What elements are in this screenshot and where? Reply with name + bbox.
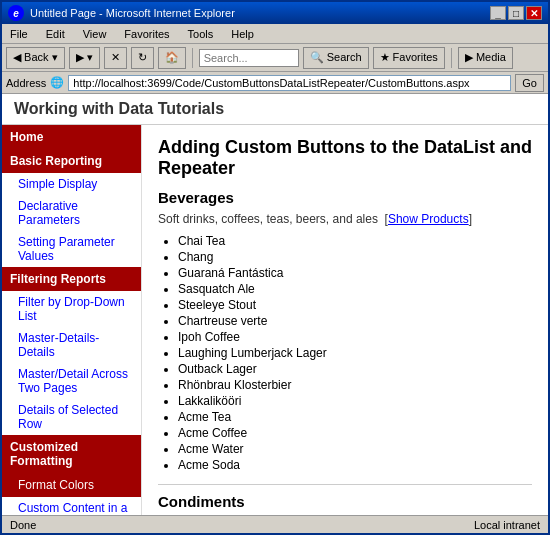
toolbar: ◀ Back ▾ ▶ ▾ ✕ ↻ 🏠 🔍 Search ★ Favorites … [2,44,548,72]
menu-view[interactable]: View [79,27,111,41]
status-left: Done [10,519,36,531]
sidebar-item-basic-reporting[interactable]: Basic Reporting [2,149,141,173]
list-item: Chartreuse verte [178,314,532,328]
list-item: Laughing Lumberjack Lager [178,346,532,360]
sidebar-item-custom-gridview[interactable]: Custom Content in a GridView [2,497,141,515]
list-item: Acme Water [178,442,532,456]
menu-favorites[interactable]: Favorites [120,27,173,41]
home-button[interactable]: 🏠 [158,47,186,69]
show-products-beverages[interactable]: Show Products [388,212,469,226]
menu-edit[interactable]: Edit [42,27,69,41]
category-divider [158,484,532,485]
sidebar-item-details-selected[interactable]: Details of Selected Row [2,399,141,435]
list-item: Ipoh Coffee [178,330,532,344]
go-button[interactable]: Go [515,74,544,92]
main-heading: Adding Custom Buttons to the DataList an… [158,137,532,179]
menu-file[interactable]: File [6,27,32,41]
category-beverages-title: Beverages [158,189,532,206]
maximize-button[interactable]: □ [508,6,524,20]
media-button[interactable]: ▶ Media [458,47,513,69]
sidebar-item-customized-formatting[interactable]: Customized Formatting [2,435,141,473]
list-item: Steeleye Stout [178,298,532,312]
ie-icon: e [8,5,24,21]
menu-help[interactable]: Help [227,27,258,41]
list-item: Guaraná Fantástica [178,266,532,280]
window-title: Untitled Page - Microsoft Internet Explo… [30,7,235,19]
main-content: Adding Custom Buttons to the DataList an… [142,125,548,515]
browser-window: e Untitled Page - Microsoft Internet Exp… [0,0,550,535]
list-item: Chang [178,250,532,264]
site-title: Working with Data Tutorials [2,94,548,125]
sidebar-item-simple-display[interactable]: Simple Display [2,173,141,195]
favorites-button[interactable]: ★ Favorites [373,47,445,69]
status-right: Local intranet [474,519,540,531]
status-bar: Done Local intranet [2,515,548,533]
list-item: Acme Coffee [178,426,532,440]
menu-tools[interactable]: Tools [184,27,218,41]
sidebar-item-master-detail-pages[interactable]: Master/Detail Across Two Pages [2,363,141,399]
address-bar: Address 🌐 Go [2,72,548,94]
list-item: Rhönbrau Klosterbier [178,378,532,392]
refresh-button[interactable]: ↻ [131,47,154,69]
address-label: Address [6,77,46,89]
title-bar: e Untitled Page - Microsoft Internet Exp… [2,2,548,24]
separator-1 [192,48,193,68]
forward-button[interactable]: ▶ ▾ [69,47,100,69]
sidebar-item-format-colors[interactable]: Format Colors [2,473,141,497]
list-item: Acme Tea [178,410,532,424]
search-button[interactable]: 🔍 Search [303,47,369,69]
category-condiments-title: Condiments [158,493,532,510]
list-item: Chai Tea [178,234,532,248]
sidebar: Home Basic Reporting Simple Display Decl… [2,125,142,515]
sidebar-item-filter-dropdown[interactable]: Filter by Drop-Down List [2,291,141,327]
minimize-button[interactable]: _ [490,6,506,20]
sidebar-item-home[interactable]: Home [2,125,141,149]
list-item: Acme Soda [178,458,532,472]
category-beverages-desc: Soft drinks, coffees, teas, beers, and a… [158,212,532,226]
list-item: Sasquatch Ale [178,282,532,296]
address-input[interactable] [68,75,511,91]
list-item: Lakkalikööri [178,394,532,408]
sidebar-item-filtering-reports[interactable]: Filtering Reports [2,267,141,291]
title-bar-controls: _ □ ✕ [490,6,542,20]
beverages-product-list: Chai Tea Chang Guaraná Fantástica Sasqua… [178,234,532,472]
sidebar-item-setting-parameter[interactable]: Setting Parameter Values [2,231,141,267]
search-input[interactable] [199,49,299,67]
sidebar-item-declarative-parameters[interactable]: Declarative Parameters [2,195,141,231]
page-body: Home Basic Reporting Simple Display Decl… [2,125,548,515]
menu-bar: File Edit View Favorites Tools Help [2,24,548,44]
separator-2 [451,48,452,68]
back-button[interactable]: ◀ Back ▾ [6,47,65,69]
list-item: Outback Lager [178,362,532,376]
stop-button[interactable]: ✕ [104,47,127,69]
page-wrapper: Working with Data Tutorials Home Basic R… [2,94,548,515]
sidebar-item-master-details[interactable]: Master-Details-Details [2,327,141,363]
close-button[interactable]: ✕ [526,6,542,20]
